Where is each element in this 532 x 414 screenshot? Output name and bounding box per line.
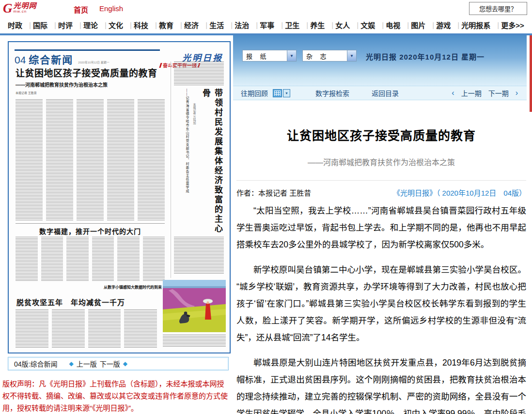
right-column: ——记青海省德令哈市东山村党支部书记、村委会主任童学成 本报记者 万玛加 带领村… <box>171 61 224 278</box>
next-diamond-icon: ◆ <box>123 360 127 367</box>
where-to-go-box[interactable]: 您想去哪里？ <box>469 2 527 15</box>
dropdown-arrow-icon[interactable]: ▼ <box>287 50 296 61</box>
gmw-logo-name: 光明网 <box>14 2 37 9</box>
digital-town-subhead: 从数字小镇感知大数据时代的到来 <box>101 284 165 290</box>
gmw-logo-g: G <box>3 1 13 15</box>
lead-article-text <box>16 99 165 220</box>
article-paragraph: “太阳当空照，我去上学校……”河南省郸城县吴台镇晋菜园行政村五年级学生晋奥运吃过… <box>236 202 526 253</box>
photo-illustration <box>163 280 226 332</box>
page-date: 2020年10月12日 星期一 <box>78 60 109 64</box>
nav-item[interactable]: 时评 <box>58 20 81 30</box>
article-title: 让贫困地区孩子接受高质量的教育 <box>236 126 526 143</box>
tab-digital-search[interactable]: 数字报检索 <box>315 88 349 98</box>
article-paragraph: 郸城县原是大别山连片特困地区扶贫开发重点县，2019年6月达到脱贫摘帽标准，正式… <box>236 354 526 414</box>
section-rule <box>16 223 165 224</box>
paper-select-value: 报 纸 <box>243 51 287 61</box>
vertical-byline: 本报记者 万玛加 <box>192 103 197 190</box>
nav-item[interactable]: 理论 <box>83 20 107 30</box>
lead-byline: 本报记者 王胜昔 <box>16 91 165 95</box>
article-paragraph: 新学校原叫吴台镇第二中心小学，现在是郸城县第三实验小学吴台校区。“城乡学校‘联姻… <box>236 261 526 346</box>
magazine-select[interactable]: 杂 志 ▼ <box>302 50 357 61</box>
nav-item[interactable]: 女人 <box>335 20 359 30</box>
vertical-headline: 带领村民发展集体经济致富的主心骨 <box>200 89 224 234</box>
nav-item[interactable]: 文娱 <box>360 20 384 30</box>
gmw-logo[interactable]: G 光明网 mw.cn <box>3 1 37 15</box>
nav-item[interactable]: 经济 <box>184 20 207 30</box>
nav-item[interactable]: 更多>> <box>501 20 524 30</box>
nav-item[interactable]: 科技 <box>134 20 157 30</box>
nav-item[interactable]: 军事 <box>260 20 283 30</box>
calendar-dropdown-icon[interactable]: ▼ <box>283 89 290 97</box>
flower-field-photo <box>163 280 226 332</box>
english-link[interactable]: English <box>99 4 123 13</box>
copyright-notice: 版权声明：凡《光明日报》上刊载作品（含标题），未经本报或本网授权不得转载、摘编、… <box>2 378 228 414</box>
newspaper-page: 04 综合新闻 2020年10月12日 星期一 光明日报 奋斗实干在一线 让贫困… <box>9 42 230 353</box>
article-subtitle: ——河南郸城把教育扶贫作为治根治本之策 <box>236 156 526 168</box>
reader-toolbar: 往期回顾 ▼ 数字报检索 返回目录 ‹ 上一期 下一期 › <box>233 86 527 100</box>
second-headline: 数字福建，推开一个时代的大门 <box>16 226 165 236</box>
masthead-rule <box>15 49 160 51</box>
article-meta: 作者：本报记者 王胜昔 《光明日报》（ 2020年10月12日 04版） <box>236 180 526 198</box>
page-number: 04 <box>15 54 26 66</box>
third-headline: 脱贫攻坚五年 年均减贫一千万 <box>16 297 157 307</box>
pager-label: 04版:综合新闻 <box>14 359 57 368</box>
magazine-select-value: 杂 志 <box>303 51 347 61</box>
home-link[interactable]: 首页 <box>74 4 88 15</box>
nav-item[interactable]: 卫生 <box>285 20 308 30</box>
page-pager: 04版:综合新闻 ◆ 上一版 下一版 ◆ <box>8 357 229 370</box>
lead-article-head: 让贫困地区孩子接受高质量的教育 ——河南郸城把教育扶贫作为治根治本之策 本报记者… <box>16 68 165 95</box>
dropdown-arrow-icon[interactable]: ▼ <box>347 50 356 61</box>
prev-diamond-icon: ◆ <box>69 360 73 367</box>
tab-archive[interactable]: 往期回顾 <box>241 88 268 98</box>
tab-back-to-contents[interactable]: 返回目录 <box>372 88 399 98</box>
issue-nav: ‹ 上一期 下一期 › <box>452 88 518 98</box>
vertical-subhead: ——记青海省德令哈市东山村党支部书记、村委会主任童学成 <box>185 89 189 229</box>
prev-issue-link[interactable]: 上一期 <box>461 88 482 98</box>
gmw-logo-sub: mw.cn <box>14 9 37 14</box>
top-bar: G 光明网 mw.cn 首页 English 您想去哪里？ <box>0 0 532 17</box>
article-body: “太阳当空照，我去上学校……”河南省郸城县吴台镇晋菜园行政村五年级学生晋奥运吃过… <box>236 202 526 414</box>
lead-headline: 让贫困地区孩子接受高质量的教育 <box>16 68 165 79</box>
third-article-text <box>16 309 157 348</box>
nav-item[interactable]: 法治 <box>235 20 258 30</box>
nav-item[interactable]: 图片 <box>411 20 434 30</box>
issue-date: 光明日报 2020年10月12日 星期一 <box>366 51 485 61</box>
next-page-link[interactable]: 下一版 <box>100 359 120 368</box>
article-source-link[interactable]: 《光明日报》（ 2020年10月12日 04版） <box>393 187 526 198</box>
nav-item[interactable]: 电视 <box>386 20 409 30</box>
newspaper-page-preview[interactable]: 04 综合新闻 2020年10月12日 星期一 光明日报 奋斗实干在一线 让贫困… <box>8 41 231 353</box>
next-issue-arrow-icon[interactable]: › <box>516 89 518 97</box>
second-article-text <box>16 237 165 282</box>
calendar-icon[interactable] <box>273 89 282 97</box>
main-nav: 时政国际时评理论文化科技教育经济生活法治军事卫生养生女人文娱电视图片游戏光明报系… <box>0 16 532 33</box>
nav-item[interactable]: 生活 <box>209 20 233 30</box>
paper-select[interactable]: 报 纸 ▼ <box>242 50 297 61</box>
article-author: 作者：本报记者 王胜昔 <box>236 187 311 198</box>
nav-item[interactable]: 光明报系 <box>461 20 499 30</box>
nav-item[interactable]: 养生 <box>310 20 333 30</box>
nav-item[interactable]: 文化 <box>109 20 132 30</box>
nav-item[interactable]: 时政 <box>8 20 31 30</box>
article: 让贫困地区孩子接受高质量的教育 ——河南郸城把教育扶贫作为治根治本之策 作者：本… <box>236 116 526 414</box>
photo-caption-text <box>163 335 226 347</box>
prev-issue-arrow-icon[interactable]: ‹ <box>452 89 454 97</box>
reader-header: 报 纸 ▼ 杂 志 ▼ 光明日报 2020年10月12日 星期一 <box>233 35 527 86</box>
nav-item[interactable]: 教育 <box>159 20 182 30</box>
nav-item[interactable]: 国际 <box>33 20 56 30</box>
tag-bar-icon <box>159 63 162 68</box>
next-issue-link[interactable]: 下一期 <box>488 88 509 98</box>
section-name: 综合新闻 <box>29 52 73 66</box>
nav-item[interactable]: 游戏 <box>436 20 459 30</box>
calendar-picker[interactable]: ▼ <box>273 89 290 97</box>
right-edge-strip <box>530 35 532 112</box>
lead-subhead: ——河南郸城把教育扶贫作为治根治本之策 <box>16 81 165 88</box>
prev-page-link[interactable]: 上一版 <box>77 359 97 368</box>
